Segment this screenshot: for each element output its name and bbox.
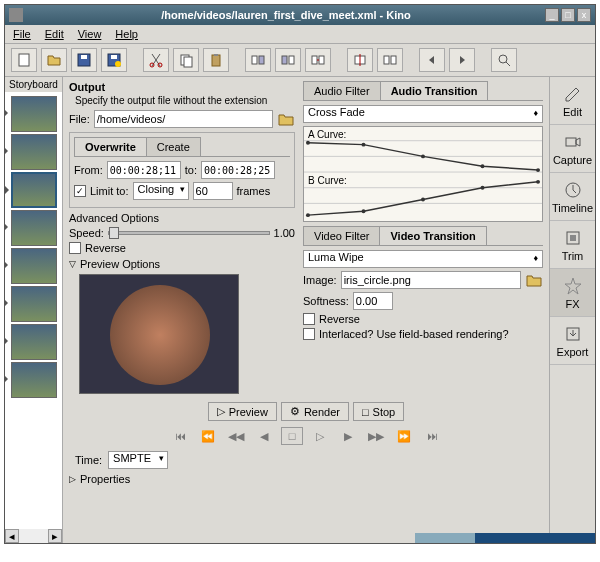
mode-fx[interactable]: FX [550,269,595,317]
insert-after-button[interactable] [275,48,301,72]
a-curve-label: A Curve: [308,129,346,140]
clip-thumb[interactable] [11,362,57,398]
clip-thumb[interactable] [11,286,57,322]
image-input[interactable] [341,271,521,289]
video-transition-select[interactable]: Luma Wipe [303,250,543,268]
clip-thumb[interactable] [11,172,57,208]
minimize-button[interactable]: _ [545,8,559,22]
step-back-button[interactable]: ◀ [253,427,275,445]
to-label: to: [185,164,197,176]
interlaced-label: Interlaced? Use field-based rendering? [319,328,509,340]
join-button[interactable] [377,48,403,72]
stop-transport-button[interactable]: □ [281,427,303,445]
mode-edit[interactable]: Edit [550,77,595,125]
step-fwd-button[interactable]: ▶ [337,427,359,445]
scrub-bar[interactable] [475,533,595,543]
audio-transition-select[interactable]: Cross Fade [303,105,543,123]
titlebar: /home/videos/lauren_first_dive_meet.xml … [5,5,595,25]
limit-count-input[interactable] [193,182,233,200]
new-button[interactable] [11,48,37,72]
paste-button[interactable] [203,48,229,72]
folder-icon[interactable] [277,111,295,127]
next-button[interactable] [449,48,475,72]
time-format-select[interactable]: SMPTE [108,451,168,469]
tab-overwrite[interactable]: Overwrite [74,137,147,156]
menu-file[interactable]: File [13,28,31,40]
goto-start-button[interactable]: ⏮ [169,427,191,445]
to-input[interactable] [201,161,275,179]
cut-button[interactable] [143,48,169,72]
speed-slider[interactable] [108,231,270,235]
stop-button[interactable]: □Stop [353,402,404,421]
video-reverse-checkbox[interactable] [303,313,315,325]
audio-curves[interactable]: A Curve: B Curve: [303,126,543,222]
b-curve-label: B Curve: [308,175,347,186]
properties-expander[interactable]: ▷ Properties [69,473,543,485]
tab-video-filter[interactable]: Video Filter [303,226,380,245]
clip-thumb[interactable] [11,134,57,170]
stop-icon: □ [362,406,369,418]
play-button[interactable]: ▷ [309,427,331,445]
svg-point-36 [536,180,540,184]
interlaced-checkbox[interactable] [303,328,315,340]
expander-icon: ▷ [69,474,76,484]
maximize-button[interactable]: □ [561,8,575,22]
limit-type-select[interactable]: Closing [133,182,189,200]
scroll-right-icon[interactable]: ▸ [48,529,62,543]
center-panel: Output Specify the output file without t… [63,77,549,543]
file-input[interactable] [94,110,273,128]
softness-input[interactable] [353,292,393,310]
clip-thumb[interactable] [11,248,57,284]
tab-create[interactable]: Create [146,137,201,156]
open-button[interactable] [41,48,67,72]
menubar: File Edit View Help [5,25,595,44]
prev-clip-button[interactable]: ⏪ [197,427,219,445]
clip-thumb[interactable] [11,210,57,246]
render-button[interactable]: ⚙Render [281,402,349,421]
save-button[interactable] [71,48,97,72]
mode-capture[interactable]: Capture [550,125,595,173]
menu-view[interactable]: View [78,28,102,40]
limit-unit: frames [237,185,271,197]
saveas-button[interactable] [101,48,127,72]
scroll-left-icon[interactable]: ◂ [5,529,19,543]
storyboard-panel: Storyboard ◂ ▸ [5,77,63,543]
folder-icon[interactable] [525,272,543,288]
from-input[interactable] [107,161,181,179]
copy-button[interactable] [173,48,199,72]
reverse-checkbox[interactable] [69,242,81,254]
svg-point-27 [306,141,310,145]
storyboard-scrollbar[interactable]: ◂ ▸ [5,529,62,543]
zoom-button[interactable] [491,48,517,72]
svg-point-5 [115,61,121,67]
clip-thumb[interactable] [11,324,57,360]
limit-checkbox[interactable]: ✓ [74,185,86,197]
clip-thumb[interactable] [11,96,57,132]
tab-video-transition[interactable]: Video Transition [379,226,486,245]
prev-button[interactable] [419,48,445,72]
append-button[interactable] [305,48,331,72]
goto-end-button[interactable]: ⏭ [421,427,443,445]
fastfwd-button[interactable]: ▶▶ [365,427,387,445]
mode-trim[interactable]: Trim [550,221,595,269]
properties-label: Properties [80,473,130,485]
preview-area [79,274,239,394]
rewind-button[interactable]: ◀◀ [225,427,247,445]
svg-point-21 [499,55,507,63]
close-button[interactable]: x [577,8,591,22]
next-clip-button[interactable]: ⏩ [393,427,415,445]
menu-help[interactable]: Help [115,28,138,40]
menu-edit[interactable]: Edit [45,28,64,40]
tab-audio-transition[interactable]: Audio Transition [380,81,489,100]
split-button[interactable] [347,48,373,72]
insert-before-button[interactable] [245,48,271,72]
mode-timeline[interactable]: Timeline [550,173,595,221]
svg-rect-40 [570,235,576,241]
storyboard-thumbs[interactable] [5,92,62,529]
tab-audio-filter[interactable]: Audio Filter [303,81,381,100]
preview-button[interactable]: ▷Preview [208,402,277,421]
preview-expander[interactable]: ▽ Preview Options [69,258,295,270]
svg-rect-16 [312,56,317,64]
svg-point-31 [536,168,540,172]
mode-export[interactable]: Export [550,317,595,365]
